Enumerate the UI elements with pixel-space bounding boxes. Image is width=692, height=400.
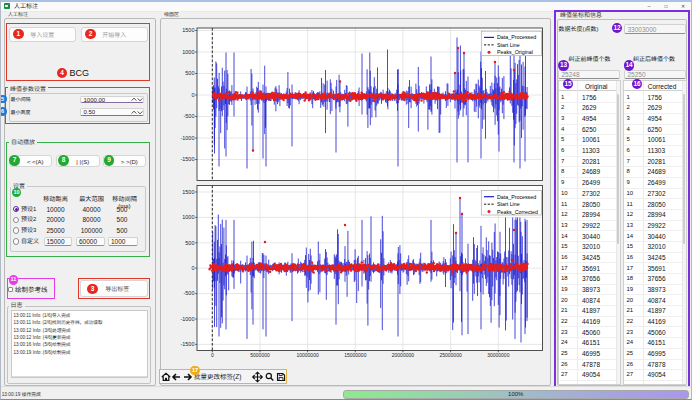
svg-text:Start Line: Start Line — [497, 201, 520, 207]
svg-text:25000000: 25000000 — [439, 352, 461, 358]
svg-text:1500: 1500 — [182, 189, 194, 195]
svg-text:Data_Processed: Data_Processed — [497, 194, 536, 200]
svg-text:15000000: 15000000 — [344, 352, 366, 358]
svg-text:-500: -500 — [183, 113, 194, 119]
svg-text:0: 0 — [191, 265, 194, 271]
svg-text:1000: 1000 — [182, 214, 194, 220]
svg-text:500: 500 — [185, 240, 194, 246]
svg-text:-1500: -1500 — [180, 341, 194, 347]
svg-text:500: 500 — [185, 70, 194, 76]
svg-text:-500: -500 — [183, 290, 194, 296]
svg-text:0: 0 — [191, 92, 194, 98]
svg-text:1000: 1000 — [182, 49, 194, 55]
svg-text:-1000: -1000 — [180, 135, 194, 141]
svg-text:Peaks_Corrected: Peaks_Corrected — [497, 209, 538, 215]
svg-text:Peaks_Original: Peaks_Original — [497, 49, 533, 55]
svg-text:30000000: 30000000 — [487, 352, 509, 358]
svg-text:Start Line: Start Line — [497, 42, 520, 48]
svg-text:1500: 1500 — [182, 27, 194, 33]
svg-text:0: 0 — [211, 352, 214, 358]
svg-text:-1000: -1000 — [180, 316, 194, 322]
svg-text:5000000: 5000000 — [250, 352, 270, 358]
svg-text:10000000: 10000000 — [296, 352, 318, 358]
svg-text:20000000: 20000000 — [392, 352, 414, 358]
svg-text:Data_Processed: Data_Processed — [497, 34, 536, 40]
svg-text:-1500: -1500 — [180, 156, 194, 162]
